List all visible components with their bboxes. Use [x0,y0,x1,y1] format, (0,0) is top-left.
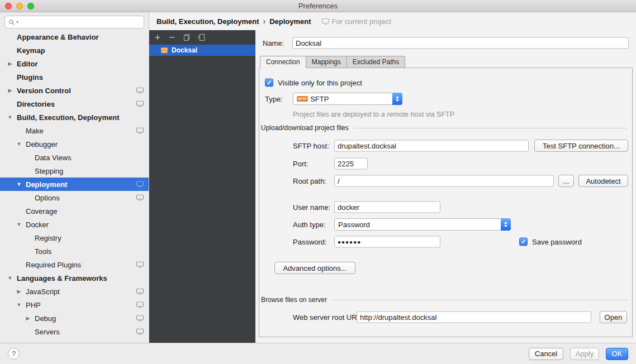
window-title: Preferences [298,2,338,10]
sidebar-item-options[interactable]: Options [0,191,149,204]
auth-type-select[interactable]: Password [334,218,511,231]
sidebar-item-directories[interactable]: Directories [0,97,149,111]
upload-section-title: Upload/download project files [261,124,349,132]
name-input[interactable] [292,37,629,49]
tab-label: Mappings [312,58,341,66]
test-sftp-connection-button[interactable]: Test SFTP connection... [534,140,628,152]
project-setting-icon [136,329,144,335]
add-icon[interactable] [154,33,162,41]
tab-excluded-paths[interactable]: Excluded Paths [347,56,405,68]
sidebar-item-label: PHP [26,301,41,309]
section-divider [353,128,628,128]
root-path-row: Root path: ... Autodetect [259,175,632,187]
sidebar-item-required-plugins[interactable]: Required Plugins [0,258,149,271]
project-setting-icon [136,315,144,322]
server-item-label: Docksal [172,46,197,54]
chevron-down-icon[interactable]: ▼ [16,181,22,187]
connection-tab-panel: ✓ Visible only for this project Type: SF… [259,68,633,337]
password-label: Password: [293,238,327,246]
check-icon: ✓ [521,239,526,245]
port-input[interactable] [334,158,368,170]
sidebar-item-debugger[interactable]: ▼Debugger [0,137,149,151]
apply-button[interactable]: Apply [570,348,599,360]
sidebar-item-label: Plugins [17,73,43,82]
sidebar-item-label: Debug [35,314,56,323]
breadcrumb: Build, Execution, Deployment › Deploymen… [149,12,636,30]
sidebar-item-plugins[interactable]: Plugins [0,70,149,84]
password-row: Password: ✓ Save password [259,236,632,248]
cancel-button[interactable]: Cancel [529,348,563,360]
sidebar-item-label: Registry [35,234,61,242]
sidebar-item-php[interactable]: ▼PHP [0,298,149,312]
auth-type-label: Auth type: [293,221,326,229]
paste-icon[interactable] [197,33,205,41]
save-password-checkbox[interactable]: ✓ [519,238,528,246]
settings-search[interactable]: ▾ [4,16,144,28]
type-select[interactable]: SFTP SFTP [293,93,402,105]
sidebar-item-languages-frameworks[interactable]: ▼Languages & Frameworks [0,271,149,285]
web-root-row: Web server root URL: Open [259,311,632,323]
browse-root-path-button[interactable]: ... [558,175,574,187]
help-button[interactable]: ? [8,348,20,360]
project-setting-icon [136,262,144,268]
close-button[interactable] [5,3,12,9]
chevron-down-icon[interactable]: ▼ [7,114,13,120]
tab-connection[interactable]: Connection [260,56,306,68]
sidebar-item-debug[interactable]: ▶Debug [0,312,149,325]
sidebar-item-label: Data Views [35,154,72,162]
sidebar-item-version-control[interactable]: ▶Version Control [0,84,149,97]
chevron-right-icon[interactable]: ▶ [16,289,22,294]
sidebar-item-coverage[interactable]: Coverage [0,204,149,218]
chevron-right-icon[interactable]: ▶ [7,88,13,93]
sidebar-item-javascript[interactable]: ▶JavaScript [0,285,149,298]
preferences-window: Preferences ▾ Appearance & BehaviorKeyma… [0,0,636,364]
server-item-docksal[interactable]: Docksal [149,45,255,56]
sidebar-item-label: Options [35,194,60,202]
sidebar-item-keymap[interactable]: Keymap [0,44,149,57]
sidebar-item-tools[interactable]: Tools [0,245,149,258]
sidebar-item-appearance-behavior[interactable]: Appearance & Behavior [0,30,149,44]
open-button[interactable]: Open [600,311,627,323]
footer-buttons: Cancel Apply OK [529,348,628,360]
sidebar-item-build-execution-deployment[interactable]: ▼Build, Execution, Deployment [0,111,149,124]
sidebar-item-docker[interactable]: ▼Docker [0,218,149,231]
visible-only-checkbox[interactable]: ✓ [265,79,273,87]
project-setting-icon [136,181,144,188]
search-input[interactable] [20,18,140,26]
sidebar-item-stepping[interactable]: Stepping [0,164,149,178]
ok-button[interactable]: OK [606,348,628,360]
tab-label: Connection [266,58,300,66]
settings-tree: Appearance & BehaviorKeymap▶EditorPlugin… [0,30,149,343]
web-root-input[interactable] [357,312,591,323]
chevron-down-icon[interactable]: ▼ [16,222,22,227]
remove-icon[interactable] [168,33,176,41]
sidebar-item-editor[interactable]: ▶Editor [0,57,149,70]
sidebar-item-data-views[interactable]: Data Views [0,151,149,164]
sidebar-item-registry[interactable]: Registry [0,231,149,245]
type-value: SFTP [310,95,329,103]
chevron-right-icon[interactable]: ▶ [25,315,31,321]
chevron-down-icon[interactable]: ▼ [16,141,22,147]
breadcrumb-part-build-execution-deployment[interactable]: Build, Execution, Deployment [156,17,259,26]
root-path-input[interactable] [334,175,554,187]
name-label: Name: [263,39,284,47]
chevron-down-icon[interactable]: ▼ [16,302,22,308]
sidebar-item-servers[interactable]: Servers [0,325,149,338]
autodetect-button[interactable]: Autodetect [578,175,628,187]
chevron-down-icon[interactable]: ▼ [7,275,13,281]
user-name-input[interactable] [334,202,440,213]
zoom-button[interactable] [27,3,34,9]
minimize-button[interactable] [16,3,23,9]
sidebar-item-make[interactable]: Make [0,124,149,137]
chevron-right-icon[interactable]: ▶ [7,61,13,66]
sidebar-item-label: Make [26,127,44,135]
copy-icon[interactable] [183,33,191,41]
auth-type-value: Password [338,221,370,229]
advanced-options-button[interactable]: Advanced options... [274,262,355,274]
tab-mappings[interactable]: Mappings [306,56,347,68]
sidebar-item-deployment[interactable]: ▼Deployment [0,178,149,191]
password-input[interactable] [334,236,440,248]
scope-indicator: For current project [322,17,391,26]
sftp-host-input[interactable] [334,140,529,152]
type-label: Type: [265,95,283,103]
